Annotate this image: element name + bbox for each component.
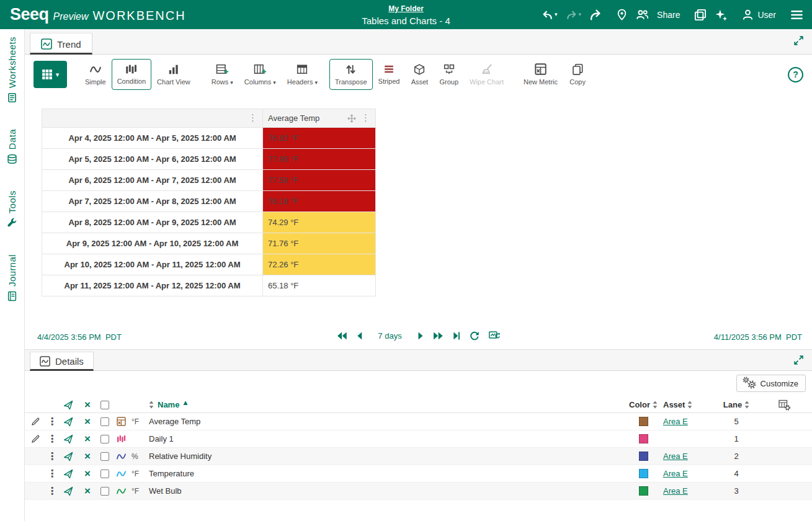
asset-link[interactable]: Area E (663, 486, 688, 496)
remove-item-icon[interactable]: × (84, 486, 91, 496)
sidebar-item-journal[interactable]: Journal (7, 254, 17, 301)
color-swatch[interactable] (639, 486, 648, 496)
details-row-relative-humidity[interactable]: ⋮ × % Relative Humidity Area E 2 (25, 448, 812, 465)
table-row[interactable]: Apr 11, 2025 12:00 AM - Apr 12, 2025 12:… (42, 275, 376, 296)
tab-details[interactable]: Details (30, 352, 94, 371)
columns-dropdown-button[interactable]: Columns ▾ (239, 59, 282, 90)
item-name[interactable]: Temperature (149, 469, 623, 478)
item-name[interactable]: Daily 1 (149, 434, 623, 443)
table-row[interactable]: Apr 7, 2025 12:00 AM - Apr 8, 2025 12:00… (42, 191, 376, 212)
seeq-logo[interactable]: Seeq Preview WORKBENCH (10, 5, 186, 24)
lane-column-header[interactable]: Lane (723, 400, 742, 409)
item-menu-icon[interactable]: ⋮ (47, 417, 57, 427)
item-checkbox[interactable] (100, 487, 109, 496)
capsule-column-header[interactable]: ⋮ (42, 109, 263, 128)
send-paper-plane-icon[interactable] (63, 486, 73, 496)
duration-display[interactable]: 7 days (378, 331, 401, 341)
remove-item-icon[interactable]: × (84, 468, 91, 479)
simple-table-button[interactable]: Simple (79, 59, 112, 90)
auto-update-icon[interactable] (489, 331, 501, 341)
range-start-display[interactable]: 4/4/2025 3:56 PM PDT (37, 332, 122, 342)
edit-pencil-icon[interactable] (31, 434, 40, 443)
item-menu-icon[interactable]: ⋮ (47, 486, 57, 496)
details-row-daily-1[interactable]: ⋮ × Daily 1 1 (25, 430, 812, 448)
asset-column-header[interactable]: Asset (663, 400, 685, 409)
step-backward-icon[interactable] (356, 331, 362, 341)
select-all-checkbox[interactable] (100, 401, 109, 409)
chart-view-button[interactable]: Chart View (151, 59, 196, 90)
column-menu-icon[interactable]: ⋮ (361, 114, 370, 123)
range-end-display[interactable]: 4/11/2025 3:56 PM PDT (714, 332, 802, 342)
item-checkbox[interactable] (100, 417, 109, 426)
color-swatch[interactable] (639, 469, 648, 478)
color-swatch[interactable] (639, 417, 648, 426)
redo-button[interactable]: ▾ (566, 9, 582, 20)
help-button[interactable]: ? (788, 67, 803, 82)
sidebar-item-worksheets[interactable]: Worksheets (7, 37, 17, 103)
send-paper-plane-icon[interactable] (63, 417, 73, 427)
tab-trend[interactable]: Trend (30, 33, 92, 55)
maximize-details-icon[interactable] (793, 355, 804, 365)
item-menu-icon[interactable]: ⋮ (47, 452, 57, 461)
undo-dropdown-caret[interactable]: ▾ (555, 12, 558, 17)
fast-forward-icon[interactable] (433, 331, 444, 341)
sort-icon[interactable] (653, 401, 658, 409)
table-row[interactable]: Apr 10, 2025 12:00 AM - Apr 11, 2025 12:… (42, 254, 376, 275)
rows-dropdown-button[interactable]: Rows ▾ (206, 59, 239, 90)
details-row-temperature[interactable]: ⋮ × °F Temperature Area E 4 (25, 465, 812, 483)
access-control-users-icon[interactable] (636, 9, 649, 21)
undo-button[interactable]: ▾ (542, 9, 558, 20)
send-paper-plane-icon[interactable] (63, 469, 73, 479)
remove-all-icon[interactable]: × (84, 399, 91, 410)
table-row[interactable]: Apr 9, 2025 12:00 AM - Apr 10, 2025 12:0… (42, 233, 376, 254)
fast-backward-icon[interactable] (336, 331, 347, 341)
add-column-icon[interactable] (779, 399, 790, 411)
transpose-button[interactable]: Transpose (329, 59, 373, 90)
edit-pencil-icon[interactable] (31, 417, 40, 426)
item-menu-icon[interactable]: ⋮ (47, 434, 57, 444)
refresh-icon[interactable] (470, 331, 480, 341)
step-forward-icon[interactable] (417, 331, 424, 341)
table-row[interactable]: Apr 5, 2025 12:00 AM - Apr 6, 2025 12:00… (42, 149, 376, 170)
sort-icon[interactable] (149, 401, 154, 409)
ai-assistant-sparkle-icon[interactable] (715, 9, 728, 21)
group-button[interactable]: Group (434, 59, 464, 90)
remove-item-icon[interactable]: × (84, 416, 91, 427)
table-row[interactable]: Apr 4, 2025 12:00 AM - Apr 5, 2025 12:00… (42, 128, 376, 149)
color-swatch[interactable] (639, 452, 648, 461)
table-row[interactable]: Apr 8, 2025 12:00 AM - Apr 9, 2025 12:00… (42, 212, 376, 233)
color-swatch[interactable] (639, 434, 648, 443)
asset-link[interactable]: Area E (663, 452, 688, 461)
sidebar-item-data[interactable]: Data (7, 129, 17, 164)
asset-link[interactable]: Area E (663, 417, 688, 426)
breadcrumb-my-folder[interactable]: My Folder (388, 4, 424, 13)
details-row-average-temp[interactable]: ⋮ × °F Average Temp Area E 5 (25, 413, 812, 430)
headers-dropdown-button[interactable]: Headers ▾ (282, 59, 323, 90)
send-paper-plane-icon[interactable] (63, 452, 73, 461)
redo-dropdown-caret[interactable]: ▾ (579, 12, 582, 17)
customize-button[interactable]: Customize (736, 375, 806, 392)
present-forward-icon[interactable] (589, 9, 602, 21)
name-column-header[interactable]: Name (158, 400, 179, 409)
item-checkbox[interactable] (100, 435, 109, 443)
asset-button[interactable]: Asset (405, 59, 434, 90)
send-paper-plane-icon[interactable] (63, 434, 73, 444)
item-name[interactable]: Relative Humidity (149, 452, 623, 461)
location-pin-icon[interactable] (616, 9, 628, 20)
item-name[interactable]: Wet Bulb (149, 486, 623, 496)
average-temp-column-header[interactable]: Average Temp ⋮ (263, 109, 376, 128)
hamburger-menu-icon[interactable] (790, 9, 803, 21)
copy-button[interactable]: Copy (563, 59, 592, 90)
wipe-chart-button[interactable]: Wipe Chart (464, 59, 509, 90)
new-metric-button[interactable]: New Metric (518, 59, 563, 90)
condition-table-button[interactable]: Condition (112, 59, 151, 90)
details-row-wet-bulb[interactable]: ⋮ × °F Wet Bulb Area E 3 (25, 483, 812, 500)
remove-item-icon[interactable]: × (84, 451, 91, 461)
item-checkbox[interactable] (100, 452, 109, 461)
move-column-icon[interactable] (347, 114, 356, 123)
column-menu-icon[interactable]: ⋮ (248, 114, 257, 123)
sort-icon[interactable] (687, 401, 692, 409)
item-name[interactable]: Average Temp (149, 417, 623, 426)
item-checkbox[interactable] (100, 470, 109, 478)
duplicate-worksheet-icon[interactable] (694, 9, 707, 21)
